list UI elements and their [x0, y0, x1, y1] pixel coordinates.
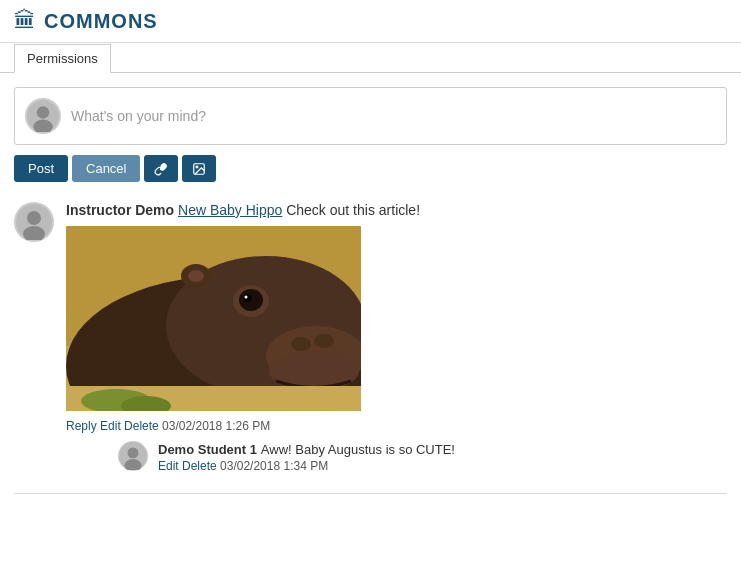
- user-avatar: [25, 98, 61, 134]
- post-button[interactable]: Post: [14, 155, 68, 182]
- post-body-text: Check out this article!: [286, 202, 420, 218]
- comment-edit-link[interactable]: Edit: [158, 459, 179, 473]
- post-link[interactable]: New Baby Hippo: [178, 202, 282, 218]
- comment-delete-link[interactable]: Delete: [182, 459, 217, 473]
- edit-link[interactable]: Edit: [100, 419, 121, 433]
- action-buttons-row: Post Cancel: [14, 155, 727, 182]
- post-item: Instructor Demo New Baby Hippo Check out…: [14, 202, 727, 477]
- tab-bar: Permissions: [0, 43, 741, 73]
- comment-text: Aww! Baby Augustus is so CUTE!: [261, 442, 455, 457]
- comment-time: 1:34 PM: [283, 459, 328, 473]
- post-author: Instructor Demo: [66, 202, 174, 218]
- comment-date: 03/02/2018: [220, 459, 280, 473]
- comment-text-line: Demo Student 1 Aww! Baby Augustus is so …: [158, 441, 727, 457]
- comment-body: Demo Student 1 Aww! Baby Augustus is so …: [158, 441, 727, 473]
- main-content: What's on your mind? Post Cancel: [0, 73, 741, 508]
- post-text-line: Instructor Demo New Baby Hippo Check out…: [66, 202, 727, 218]
- post-meta: Reply Edit Delete 03/02/2018 1:26 PM: [66, 419, 727, 433]
- post-time: 1:26 PM: [226, 419, 271, 433]
- post-image: [66, 226, 361, 411]
- svg-point-14: [314, 334, 334, 348]
- post-input-box[interactable]: What's on your mind?: [14, 87, 727, 145]
- commons-icon: 🏛: [14, 8, 36, 34]
- app-header: 🏛 COMMONS: [0, 0, 741, 43]
- image-button[interactable]: [182, 155, 216, 182]
- tab-permissions[interactable]: Permissions: [14, 44, 111, 73]
- instructor-avatar: [14, 202, 54, 242]
- post-body: Instructor Demo New Baby Hippo Check out…: [66, 202, 727, 477]
- comment-meta: Edit Delete 03/02/2018 1:34 PM: [158, 459, 727, 473]
- delete-link[interactable]: Delete: [124, 419, 159, 433]
- svg-point-26: [128, 447, 139, 458]
- comment-item: Demo Student 1 Aww! Baby Augustus is so …: [118, 441, 727, 473]
- svg-point-18: [245, 296, 248, 299]
- bottom-divider: [14, 493, 727, 494]
- post-placeholder: What's on your mind?: [71, 108, 716, 124]
- app-title: COMMONS: [44, 10, 158, 33]
- reply-link[interactable]: Reply: [66, 419, 97, 433]
- post-date: 03/02/2018: [162, 419, 222, 433]
- svg-point-13: [291, 337, 311, 351]
- link-button[interactable]: [144, 155, 178, 182]
- svg-point-6: [27, 211, 41, 225]
- hippo-image-svg: [66, 226, 361, 411]
- svg-point-1: [37, 106, 49, 118]
- svg-point-20: [188, 270, 204, 282]
- svg-point-21: [269, 351, 359, 391]
- cancel-button[interactable]: Cancel: [72, 155, 140, 182]
- comment-author: Demo Student 1: [158, 442, 257, 457]
- comment-avatar: [118, 441, 148, 471]
- link-icon: [154, 162, 168, 176]
- image-icon: [192, 162, 206, 176]
- svg-point-4: [197, 166, 199, 168]
